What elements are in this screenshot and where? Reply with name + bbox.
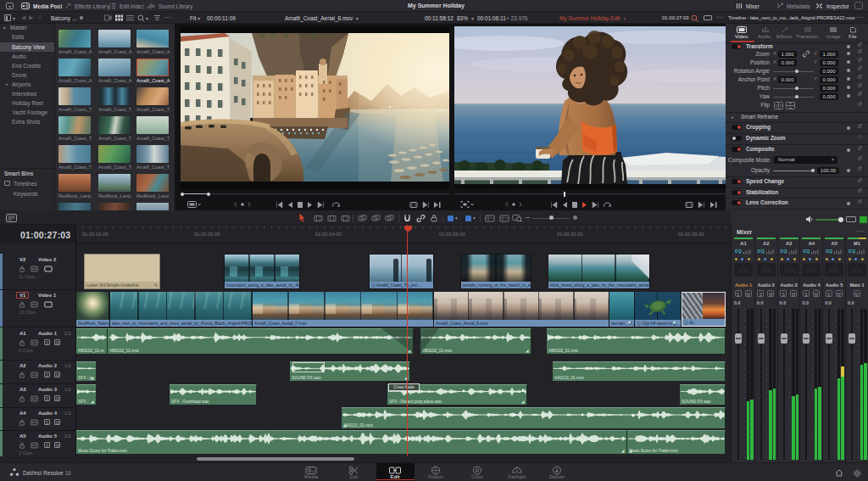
svg-text:01:00:28:00: 01:00:28:00 bbox=[439, 232, 465, 237]
svg-text:01:00:36:00: 01:00:36:00 bbox=[678, 232, 704, 237]
svg-text:01:00:20:00: 01:00:20:00 bbox=[194, 232, 220, 237]
svg-text:01:00:16:00: 01:00:16:00 bbox=[82, 232, 108, 237]
svg-text:01:00:24:00: 01:00:24:00 bbox=[315, 232, 342, 237]
svg-text:01:00:32:00: 01:00:32:00 bbox=[557, 232, 583, 237]
